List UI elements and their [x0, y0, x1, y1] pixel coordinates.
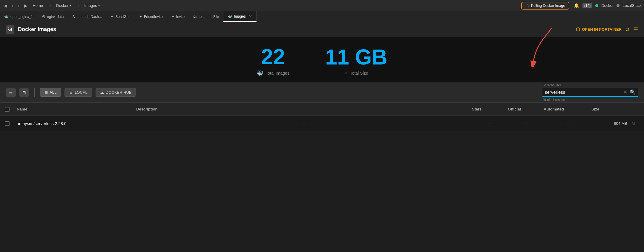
- refresh-button[interactable]: ↺: [625, 26, 630, 33]
- dockerhub-filter-button[interactable]: ☁ DOCKER HUB: [96, 88, 136, 97]
- nav-home[interactable]: Home: [31, 3, 45, 8]
- tabs-bar: 🐳 open_nginx_1 🗄 nginx-data Λ Lambda Das…: [0, 11, 644, 22]
- pulling-docker-badge[interactable]: ☽ Pulling Docker Image: [521, 2, 569, 10]
- tab-friendinvite-icon: ✦: [139, 15, 142, 19]
- total-images-count: 22: [261, 46, 285, 67]
- total-size-stat: 11 GB ≡ Total Size: [325, 46, 387, 76]
- col-description-header[interactable]: Description: [136, 107, 472, 111]
- tab-nginx-icon: 🐳: [4, 15, 9, 19]
- docker-status-dot: [595, 4, 598, 7]
- search-results-count: 29 of 47 results: [542, 98, 638, 102]
- list-view-button[interactable]: ☰: [6, 88, 16, 97]
- row-automated: —: [544, 121, 591, 126]
- nav-separator-2: →: [75, 3, 80, 8]
- tab-lambda-icon: Λ: [72, 15, 75, 19]
- images-chevron-icon: ▾: [98, 4, 100, 7]
- tab-invite-icon: ✦: [171, 15, 174, 19]
- page-title-area: 🖼 Docker Images: [6, 25, 56, 34]
- row-name[interactable]: amaysim/serverless:2.28.0: [17, 121, 136, 126]
- local-icon: 🖥: [69, 90, 73, 95]
- total-images-label-row: 🐳 Total Images: [257, 70, 289, 76]
- main-content: 🖼 Docker Images ⬡ OPEN IN PORTAINER ↺ ☰: [0, 22, 644, 252]
- all-filter-button[interactable]: ⊞ ALL: [40, 88, 61, 97]
- tab-sendgrid[interactable]: ✦ SendGrid: [106, 11, 135, 22]
- page-title: Docker Images: [18, 26, 56, 33]
- stats-banner: 22 🐳 Total Images 11 GB ≡ Total Size: [0, 37, 644, 82]
- tab-images[interactable]: 🐳 Images ✕: [223, 11, 256, 22]
- all-icon: ⊞: [45, 90, 48, 95]
- tab-testhtml-icon: 🗂: [193, 15, 197, 19]
- row-description: —: [136, 121, 472, 126]
- tab-lambda-dash[interactable]: Λ Lambda Dash...: [68, 11, 106, 22]
- total-size-label-row: ≡ Total Size: [344, 70, 368, 76]
- tab-friendinvite[interactable]: ✦ FriendInvite: [135, 11, 167, 22]
- row-checkbox: [5, 121, 17, 126]
- col-checkbox-header: [5, 107, 17, 112]
- top-nav-bar: ◀ ‹ › ▶ Home → Docker ▾ → Images ▾ ☽ Pul…: [0, 0, 644, 11]
- tab-open-nginx[interactable]: 🐳 open_nginx_1: [0, 11, 37, 22]
- nav-right-items: 🔔 (14) Docker LocalStack: [574, 3, 642, 8]
- grid-view-button[interactable]: ⊞: [19, 88, 29, 97]
- notification-count[interactable]: (14): [582, 3, 592, 8]
- col-official-header[interactable]: Official: [508, 107, 544, 111]
- nav-docker[interactable]: Docker ▾: [54, 3, 73, 8]
- moon-icon: ☽: [525, 3, 529, 8]
- page-icon: 🖼: [6, 25, 14, 34]
- row-official: —: [508, 121, 544, 126]
- localstack-status-dot: [617, 4, 620, 7]
- tab-test-html[interactable]: 🗂 test.html File: [189, 11, 223, 22]
- total-size-count: 11 GB: [325, 46, 387, 68]
- search-area: Search/Filter... ✕ 🔍 29 of 47 results: [542, 83, 638, 102]
- tab-nginx-data-icon: 🗄: [42, 15, 45, 19]
- select-all-checkbox[interactable]: [5, 107, 10, 112]
- search-submit-button[interactable]: 🔍: [630, 89, 636, 95]
- docker-chevron-icon: ▾: [70, 4, 71, 7]
- row-stars: —: [472, 121, 508, 126]
- search-input[interactable]: [545, 90, 621, 95]
- row-action: M: [627, 121, 639, 126]
- nav-forward-end-btn[interactable]: ▶: [23, 3, 29, 9]
- table-header-row: Name Description Stars Official Automate…: [0, 103, 644, 116]
- local-filter-button[interactable]: 🖥 LOCAL: [65, 88, 92, 97]
- tab-invite[interactable]: ✦ Invite: [167, 11, 189, 22]
- table-row: amaysim/serverless:2.28.0 — — — — 804 MB…: [0, 116, 644, 131]
- portainer-icon: ⬡: [576, 27, 580, 32]
- dockerhub-icon: ☁: [100, 90, 104, 95]
- nav-images[interactable]: Images ▾: [82, 3, 102, 8]
- tab-images-icon: 🐳: [228, 14, 232, 19]
- filter-bar: ☰ ⊞ ⊞ ALL 🖥 LOCAL ☁ DOCKER HUB Search/Fi…: [0, 82, 644, 103]
- tab-nginx-data[interactable]: 🗄 nginx-data: [37, 11, 68, 22]
- total-images-stat: 22 🐳 Total Images: [257, 46, 289, 76]
- size-stat-icon: ≡: [344, 70, 348, 76]
- page-header-actions: ⬡ OPEN IN PORTAINER ↺ ☰: [576, 26, 638, 33]
- images-stat-icon: 🐳: [257, 70, 263, 76]
- page-header: 🖼 Docker Images ⬡ OPEN IN PORTAINER ↺ ☰: [0, 22, 644, 37]
- docker-status-label: Docker: [601, 3, 614, 8]
- search-label: Search/Filter...: [542, 83, 638, 87]
- images-table: Name Description Stars Official Automate…: [0, 103, 644, 252]
- nav-forward-btn[interactable]: ›: [17, 3, 21, 9]
- filter-divider: [34, 88, 35, 97]
- tab-images-close-btn[interactable]: ✕: [249, 14, 252, 19]
- localstack-status-label: LocalStack: [622, 3, 642, 8]
- col-name-header[interactable]: Name: [17, 107, 136, 111]
- col-stars-header[interactable]: Stars: [472, 107, 508, 111]
- col-automated-header[interactable]: Automated: [544, 107, 591, 111]
- row-size: 804 MB: [591, 121, 627, 126]
- total-size-label: Total Size: [350, 71, 368, 76]
- logs-button[interactable]: ☰: [633, 26, 638, 33]
- tab-sendgrid-icon: ✦: [111, 15, 114, 19]
- search-clear-button[interactable]: ✕: [623, 89, 627, 95]
- nav-separator-1: →: [47, 3, 52, 8]
- nav-back-start-btn[interactable]: ◀: [2, 3, 9, 9]
- row-1-checkbox[interactable]: [5, 121, 10, 126]
- open-portainer-button[interactable]: ⬡ OPEN IN PORTAINER: [576, 27, 622, 32]
- col-size-header[interactable]: Size: [591, 107, 627, 111]
- nav-back-btn[interactable]: ‹: [10, 3, 15, 9]
- search-input-row: ✕ 🔍: [542, 88, 638, 97]
- total-images-label: Total Images: [266, 71, 289, 76]
- notification-icon: 🔔: [574, 3, 579, 8]
